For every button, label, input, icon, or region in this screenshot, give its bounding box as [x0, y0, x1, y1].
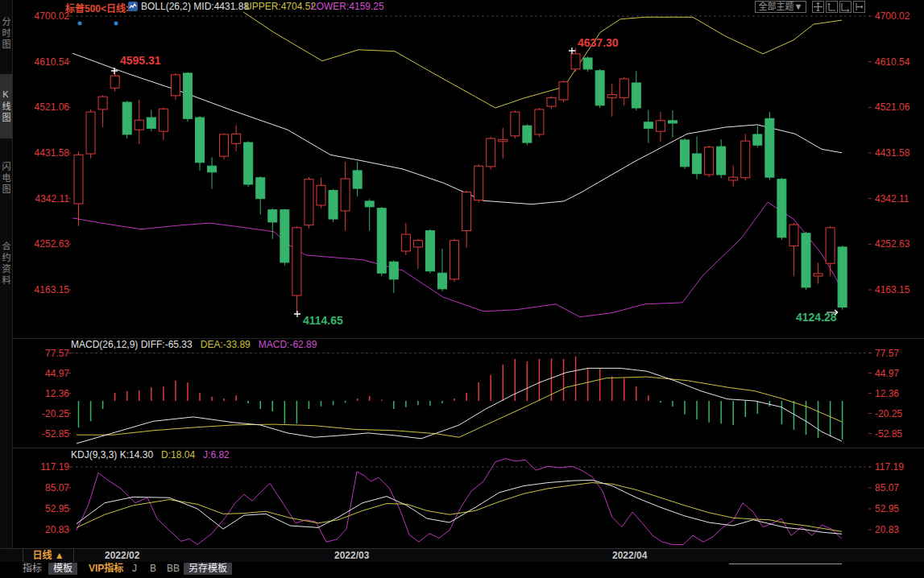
- price-axis-label-left-2: 4521.06: [35, 101, 70, 113]
- candle-body: [559, 82, 568, 100]
- price-axis-label-left-5: 4252.63: [35, 238, 70, 250]
- candle-body: [329, 191, 338, 219]
- toolbar-button-3[interactable]: VIP指标: [84, 563, 128, 575]
- candle-body: [753, 134, 762, 145]
- price-annotation-2: 4637.30: [578, 36, 619, 49]
- toolbar-button-4[interactable]: J: [127, 563, 142, 575]
- candle-body: [571, 54, 580, 69]
- date-axis-row: 日线 ▲ 2022/022022/032022/04: [0, 548, 924, 563]
- candle-body: [619, 79, 628, 97]
- candle-body: [607, 95, 616, 98]
- price-axis-label-right-2: 4521.06: [875, 101, 910, 113]
- candle-body: [523, 126, 532, 142]
- macd-axis-label-left-1: 44.97: [45, 368, 69, 379]
- date-label-3: 2022/04: [612, 550, 647, 561]
- theme-selector-button[interactable]: 全部主题▼: [755, 1, 806, 13]
- candle-body: [122, 102, 131, 134]
- toolbar-button-5[interactable]: B: [145, 563, 161, 575]
- pane-zoom-y-icon[interactable]: [826, 1, 838, 13]
- pane-expand-icon[interactable]: [853, 1, 865, 13]
- date-label-2: 2022/03: [334, 550, 369, 561]
- candle-body: [208, 166, 217, 172]
- toolbar-button-7[interactable]: 另存模板: [184, 563, 232, 575]
- boll-upper-label: UPPER:4704.52: [245, 1, 316, 12]
- toolbar-button-1[interactable]: 指标: [18, 563, 47, 575]
- period-selector[interactable]: 日线 ▲: [23, 549, 74, 562]
- price-axis-label-right-5: 4252.63: [875, 238, 910, 250]
- candle-body: [838, 247, 847, 308]
- candle-body: [135, 120, 143, 130]
- price-axis-label-right-6: 4163.15: [875, 284, 910, 295]
- price-annotation-1: 4595.31: [120, 54, 161, 67]
- pane-zoom-x-icon[interactable]: [839, 1, 851, 13]
- price-annotation-3: 4114.65: [303, 314, 343, 327]
- candle-body: [341, 179, 350, 211]
- cross-marker-icon: [569, 47, 575, 54]
- candle-body: [681, 140, 690, 167]
- candle-body: [765, 118, 774, 177]
- kdj-j-line: [77, 459, 842, 545]
- boll-mid-label: BOLL(26,2) MID:4431.88: [141, 1, 249, 12]
- candle-body: [644, 122, 653, 129]
- kdj-d-label: D:18.04: [161, 449, 195, 460]
- macd-axis-label-right-3: -20.25: [875, 408, 902, 419]
- macd-axis-label-left-4: -52.85: [42, 428, 69, 440]
- kdj-j-label: J:6.82: [203, 449, 230, 460]
- sidebar-tab-3[interactable]: 闪电图: [0, 149, 12, 208]
- kdj-k-line: [77, 480, 842, 534]
- candle-body: [656, 121, 665, 131]
- toolbar-button-2[interactable]: 模板: [48, 563, 77, 575]
- price-axis-label-left-6: 4163.15: [35, 284, 70, 295]
- crosshair-move-icon[interactable]: [812, 1, 824, 13]
- chart-canvas[interactable]: 4700.024700.024610.544610.544521.064521.…: [0, 0, 924, 578]
- candle-body: [826, 228, 835, 263]
- sidebar-tab-1[interactable]: 分时图: [0, 4, 12, 64]
- kdj-axis-label-right-1: 85.07: [875, 482, 899, 493]
- boll-lower-label: LOWER:4159.25: [311, 1, 384, 12]
- candle-body: [305, 180, 313, 225]
- candle-body: [717, 147, 726, 175]
- candle-body: [171, 75, 180, 96]
- macd-dea-line: [77, 377, 842, 437]
- symbol-title: 标普500<日线>: [65, 1, 131, 14]
- candle-body: [232, 134, 241, 143]
- candle-body: [317, 185, 325, 205]
- kdj-axis-label-right-0: 117.19: [875, 461, 904, 473]
- candle-body: [705, 147, 714, 175]
- kdj-name-k-label: KDJ(9,3,3) K:14.30: [71, 449, 153, 460]
- price-axis-label-left-3: 4431.58: [35, 147, 70, 159]
- macd-axis-label-right-1: 44.97: [875, 368, 899, 379]
- candle-body: [693, 154, 702, 174]
- date-label-1: 2022/02: [105, 550, 139, 561]
- cross-marker-icon: [294, 311, 300, 317]
- macd-diff-line: [77, 368, 842, 444]
- candle-body: [196, 118, 205, 163]
- candle-body: [438, 273, 447, 289]
- candle-body: [632, 83, 640, 108]
- candle-body: [292, 228, 301, 295]
- candle-body: [487, 138, 495, 167]
- candle-body: [220, 134, 229, 156]
- event-dot-icon: [78, 22, 82, 26]
- candle-body: [353, 171, 362, 188]
- toolbar-button-6[interactable]: BB: [162, 563, 184, 575]
- candle-body: [74, 155, 83, 204]
- chart-scrollbar[interactable]: [729, 564, 842, 564]
- sidebar-tab-2[interactable]: K线图: [0, 74, 12, 138]
- candle-body: [802, 233, 810, 287]
- left-sidebar: 分时图K线图闪电图合约资料: [0, 0, 13, 548]
- sidebar-tab-4[interactable]: 合约资料: [0, 222, 12, 306]
- bottom-toolbar: 指标模板VIP指标JBBB另存模板: [0, 562, 924, 578]
- candle-body: [159, 109, 168, 131]
- price-axis-label-left-1: 4610.54: [35, 56, 70, 68]
- price-axis-label-right-4: 4342.11: [875, 193, 909, 204]
- candle-body: [401, 234, 410, 251]
- price-axis-label-right-1: 4610.54: [875, 56, 910, 68]
- candle-body: [741, 141, 750, 178]
- macd-header: MACD(26,12,9) DIFF:-65.33DEA:-33.89MACD:…: [71, 339, 317, 350]
- candle-body: [499, 139, 508, 142]
- macd-name-diff-label: MACD(26,12,9) DIFF:-65.33: [71, 339, 193, 350]
- candle-body: [814, 274, 822, 276]
- candle-body: [450, 241, 459, 279]
- chart-header: 标普500<日线> BOLL(26,2) MID:4431.88 UPPER:4…: [13, 0, 924, 14]
